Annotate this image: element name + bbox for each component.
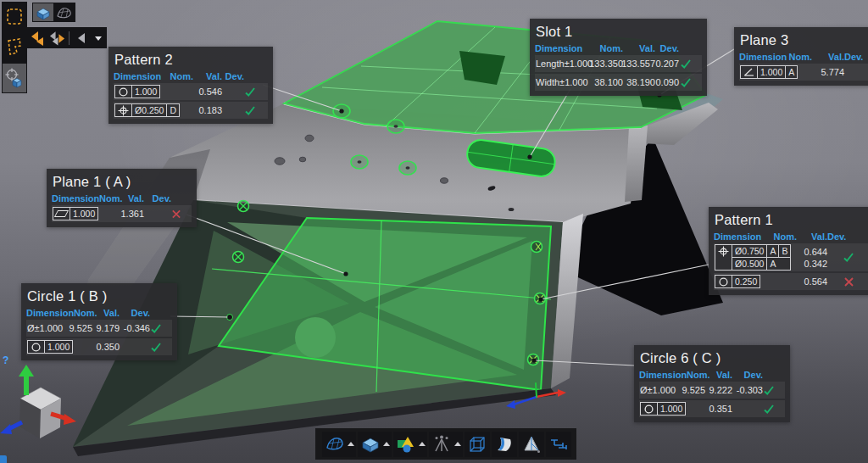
measurement-row[interactable]: 1.0000.351: [639, 400, 785, 417]
measurement-row[interactable]: Ø0.750ABØ0.500A0.6440.342: [714, 243, 868, 271]
column-header: Nom.: [99, 193, 116, 204]
measurement-row[interactable]: 1.0001.361: [52, 205, 192, 222]
callout-plane-3[interactable]: Plane 3DimensionNom.Val.Dev.1.000A5.774: [734, 27, 868, 86]
wireframe-mode-button[interactable]: [54, 3, 75, 21]
callout-circle-1[interactable]: Circle 1 ( B )DimensionNom.Val.Dev.Ø±1.0…: [21, 283, 177, 360]
prism-tool-button[interactable]: [519, 432, 544, 457]
column-header: Nom.: [596, 43, 623, 53]
deviation-value: -0.303: [732, 385, 763, 395]
position-symbol: [118, 105, 129, 116]
datum-tool-button[interactable]: [546, 432, 571, 457]
measurement-row[interactable]: 0.2500.564: [714, 273, 868, 290]
rectangle-selection-button[interactable]: [3, 3, 26, 31]
circularity-symbol: [118, 86, 129, 98]
mesh-menu-button[interactable]: [322, 432, 356, 457]
metrology-3d-viewport[interactable]: Pattern 2DimensionNom.Val.Dev.1.0000.546…: [0, 0, 868, 463]
pass-check-icon: [763, 385, 775, 396]
deviation-value: -0.346: [120, 323, 150, 333]
curved-sheet-icon: [493, 433, 515, 455]
status-icon-cell: [841, 252, 854, 263]
measured-value: 0.350: [92, 342, 120, 352]
more-options-button[interactable]: [92, 29, 104, 47]
measurement-row[interactable]: Ø0.250D0.183: [114, 102, 268, 119]
toolbar-separator: [69, 31, 70, 45]
surface-tool-button[interactable]: [492, 432, 517, 457]
wireframe-mesh-icon: [56, 5, 73, 20]
freeform-selection-button[interactable]: [3, 33, 26, 62]
dashed-rectangle-icon: [5, 5, 24, 29]
dimension-label: Width±1.000: [535, 77, 596, 87]
callout-pattern-1[interactable]: Pattern 1DimensionNom.Val.Dev.Ø0.750ABØ0…: [709, 207, 868, 295]
callout-pattern-2[interactable]: Pattern 2DimensionNom.Val.Dev.1.0000.546…: [108, 47, 273, 124]
callout-plane-1[interactable]: Plane 1 ( A )DimensionNom.Val.Dev.1.0001…: [47, 169, 197, 227]
column-header: Dimension: [739, 52, 788, 62]
bounding-box-button[interactable]: [465, 432, 490, 457]
column-header: Dimension: [535, 43, 596, 53]
element-selection-button[interactable]: [3, 64, 26, 92]
shaded-mode-button[interactable]: [33, 3, 53, 21]
creation-toolbar: [315, 428, 576, 460]
measured-value: 133.557: [623, 59, 655, 69]
deviation-value: 0.207: [655, 59, 679, 69]
selection-toolbar: [2, 2, 27, 93]
measurement-row[interactable]: Ø±1.0009.5259.222-0.303: [639, 382, 785, 399]
measured-value: 0.6440.342: [797, 246, 827, 270]
measurement-row[interactable]: Length±1.000133.350133.5570.207: [535, 55, 702, 72]
features-menu-button[interactable]: [393, 432, 427, 457]
first-piece-button[interactable]: [28, 29, 46, 47]
column-header: Dev.: [732, 370, 763, 380]
measurement-row[interactable]: Ø±1.0009.5259.179-0.346: [26, 320, 172, 337]
fail-x-icon: [171, 209, 181, 220]
status-icon-cell: [150, 342, 162, 353]
nominal-value: 38.100: [596, 77, 623, 87]
dimension-label: Ø±1.000: [639, 385, 687, 395]
double-arrow-left-icon: [29, 30, 46, 47]
previous-button[interactable]: [72, 29, 90, 47]
measured-value: 9.222: [705, 385, 732, 395]
measured-value: 5.774: [812, 67, 844, 77]
measurement-row[interactable]: 1.0000.350: [26, 338, 172, 355]
status-icon-cell: [679, 77, 692, 88]
tolerance-frame: 0.250: [715, 275, 760, 288]
pass-check-icon: [843, 252, 854, 263]
primitives-menu-button[interactable]: [358, 432, 392, 457]
tolerance-frame: 1.000: [27, 340, 73, 354]
axis-up-arrow[interactable]: [19, 365, 34, 395]
column-header: Nom.: [788, 52, 812, 62]
datum-target-icon: [548, 433, 570, 455]
tripod-icon: [431, 433, 453, 455]
status-icon-cell: [171, 209, 181, 220]
callout-circle-6[interactable]: Circle 6 ( C )DimensionNom.Val.Dev.Ø±1.0…: [634, 345, 790, 422]
corner-widget[interactable]: [0, 455, 7, 463]
column-header: Nom.: [74, 308, 92, 318]
dimension-label: Ø±1.000: [26, 323, 74, 333]
device-menu-button[interactable]: [429, 432, 463, 457]
measurement-row[interactable]: Width±1.00038.10038.1900.090: [535, 74, 702, 91]
help-link[interactable]: ?: [3, 354, 8, 366]
pass-check-icon: [244, 105, 256, 116]
column-header: Dev.: [222, 71, 244, 81]
measured-value: 0.351: [705, 404, 732, 414]
column-header: Nom.: [773, 232, 797, 242]
column-header: Val.: [193, 71, 222, 81]
geometry-shapes-icon: [395, 433, 417, 455]
pass-check-icon: [150, 342, 162, 353]
column-header: Dimension: [714, 232, 773, 242]
browse-pieces-button[interactable]: [48, 29, 66, 47]
measurement-row[interactable]: 1.000A5.774: [739, 64, 868, 81]
measured-value: 38.190: [623, 77, 655, 87]
nav-cube[interactable]: [0, 365, 76, 438]
tolerance-frame: 1.000A: [740, 65, 798, 79]
callout-slot-1[interactable]: Slot 1DimensionNom.Val.Dev.Length±1.0001…: [530, 19, 707, 96]
status-icon-cell: [244, 105, 256, 116]
column-header: Dimension: [52, 193, 99, 204]
measurement-row[interactable]: 1.0000.546: [114, 83, 268, 100]
circularity-symbol: [31, 342, 42, 353]
column-header: Val.: [623, 43, 655, 53]
status-icon-cell: [763, 404, 775, 415]
status-icon-cell: [763, 385, 775, 396]
axis-left-arrow[interactable]: [0, 422, 22, 434]
position-symbol: [718, 246, 729, 257]
column-header: Val.: [705, 370, 732, 380]
column-header: Nom.: [687, 370, 705, 380]
